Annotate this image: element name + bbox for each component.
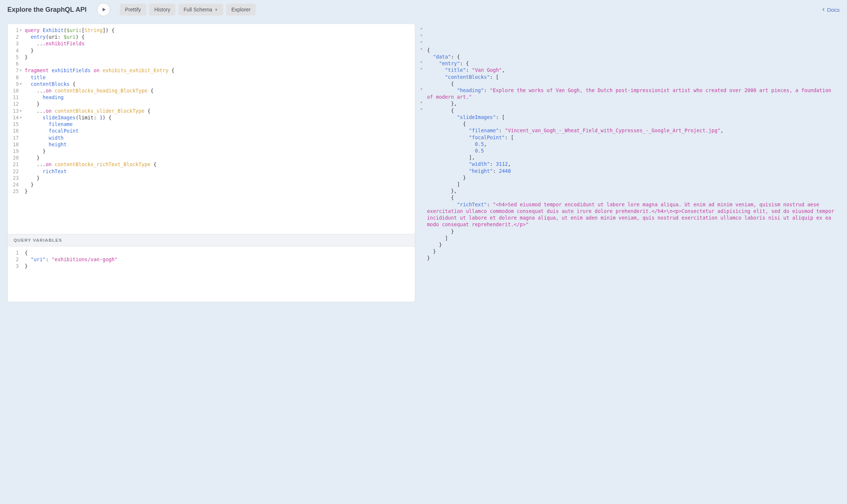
left-panel: 1▼234567▼89▼10111213▼14▼1516171819202122…: [7, 24, 415, 302]
toolbar: Explore the GraphQL API Prettify History…: [0, 0, 847, 19]
play-icon: [101, 7, 106, 12]
query-editor[interactable]: 1▼234567▼89▼10111213▼14▼1516171819202122…: [8, 24, 415, 234]
result-panel-wrap: ▼▼▼▼▼▼▼▼▼ { "data": { "entry": { "title"…: [415, 24, 840, 302]
query-code[interactable]: query Exhibit($uri:[String]) { entry(uri…: [21, 24, 415, 234]
full-schema-button[interactable]: Full Schema ▼: [178, 4, 223, 15]
history-button[interactable]: History: [149, 4, 176, 15]
result-code: { "data": { "entry": { "title": "Van Gog…: [427, 47, 836, 262]
docs-label: Docs: [827, 7, 840, 13]
docs-button[interactable]: Docs: [821, 7, 840, 13]
chevron-down-icon: ▼: [214, 8, 218, 12]
variables-editor[interactable]: 123 { "uri": "exhibitions/van-gogh" }: [8, 246, 415, 302]
prettify-button[interactable]: Prettify: [120, 4, 146, 15]
variables-gutter: 123: [8, 246, 21, 302]
variables-code[interactable]: { "uri": "exhibitions/van-gogh" }: [21, 246, 415, 302]
main-area: 1▼234567▼89▼10111213▼14▼1516171819202122…: [0, 19, 847, 309]
full-schema-label: Full Schema: [183, 7, 212, 13]
run-button[interactable]: [97, 3, 110, 16]
explorer-button[interactable]: Explorer: [226, 4, 256, 15]
query-gutter: 1▼234567▼89▼10111213▼14▼1516171819202122…: [8, 24, 21, 234]
page-title: Explore the GraphQL API: [7, 6, 87, 14]
chevron-left-icon: [821, 7, 826, 12]
query-variables-header[interactable]: QUERY VARIABLES: [8, 234, 415, 246]
result-viewer[interactable]: ▼▼▼▼▼▼▼▼▼ { "data": { "entry": { "title"…: [420, 24, 840, 278]
